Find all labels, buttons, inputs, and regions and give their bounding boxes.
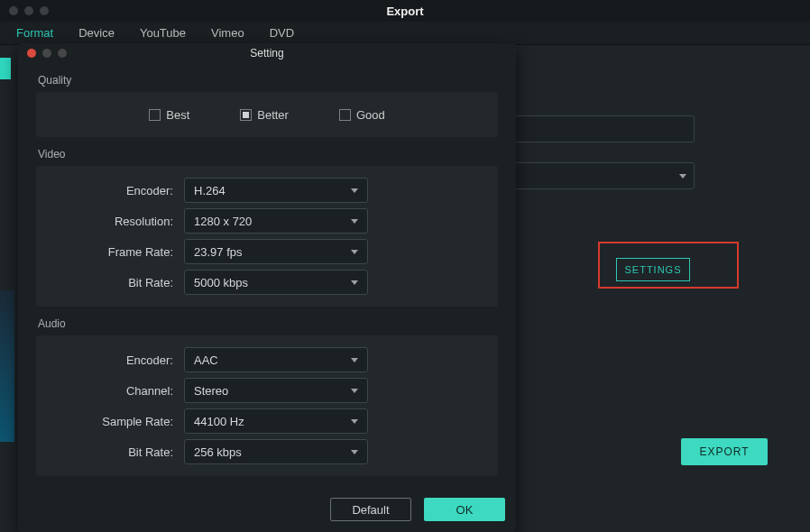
export-button[interactable]: EXPORT xyxy=(681,438,768,465)
video-bitrate-select[interactable]: 5000 kbps xyxy=(184,270,368,295)
settings-button-label: SETTINGS xyxy=(624,264,681,275)
quality-section-label: Quality xyxy=(18,63,516,92)
audio-samplerate-value: 44100 Hz xyxy=(194,415,244,428)
chevron-down-icon xyxy=(351,419,358,424)
video-panel: Encoder: H.264 Resolution: 1280 x 720 Fr… xyxy=(36,166,498,307)
quality-better-label: Better xyxy=(257,108,289,122)
video-framerate-value: 23.97 fps xyxy=(194,245,243,259)
quality-better-option[interactable]: Better xyxy=(240,108,289,122)
chevron-down-icon xyxy=(351,450,358,454)
window-title: Export xyxy=(386,5,423,18)
audio-section-label: Audio xyxy=(18,307,516,335)
tab-dvd[interactable]: DVD xyxy=(270,26,294,40)
tab-vimeo[interactable]: Vimeo xyxy=(211,26,244,40)
video-bitrate-label: Bit Rate: xyxy=(47,276,184,289)
video-bitrate-value: 5000 kbps xyxy=(194,276,248,289)
tab-youtube[interactable]: YouTube xyxy=(140,26,186,40)
audio-channel-label: Channel: xyxy=(47,384,184,398)
chevron-down-icon xyxy=(351,389,358,393)
checkbox-icon xyxy=(149,109,161,121)
checkbox-icon xyxy=(339,109,351,121)
dialog-close-icon[interactable] xyxy=(27,49,36,58)
window-controls xyxy=(0,6,49,15)
chevron-down-icon xyxy=(351,358,358,362)
tab-format[interactable]: Format xyxy=(16,26,53,40)
default-button-label: Default xyxy=(352,503,389,517)
chevron-down-icon xyxy=(679,174,686,179)
quality-panel: Best Better Good xyxy=(36,92,498,137)
dialog-title: Setting xyxy=(250,47,283,60)
main-titlebar: Export xyxy=(0,0,810,22)
audio-panel: Encoder: AAC Channel: Stereo Sample Rate… xyxy=(36,335,498,476)
video-section-label: Video xyxy=(18,137,516,166)
checkbox-checked-icon xyxy=(240,109,252,121)
video-framerate-select[interactable]: 23.97 fps xyxy=(184,239,368,264)
audio-channel-value: Stereo xyxy=(194,384,228,398)
settings-dialog: Setting Quality Best Better Good Video E… xyxy=(18,43,516,532)
quality-good-option[interactable]: Good xyxy=(339,108,385,122)
audio-samplerate-label: Sample Rate: xyxy=(47,415,184,428)
settings-button[interactable]: SETTINGS xyxy=(616,258,690,281)
dialog-titlebar: Setting xyxy=(18,43,516,63)
audio-samplerate-select[interactable]: 44100 Hz xyxy=(184,408,368,434)
audio-encoder-value: AAC xyxy=(194,353,218,367)
tab-device[interactable]: Device xyxy=(78,26,115,40)
quality-best-label: Best xyxy=(166,108,189,122)
export-button-label: EXPORT xyxy=(699,445,749,458)
audio-encoder-label: Encoder: xyxy=(47,353,184,367)
ok-button-label: OK xyxy=(456,503,474,517)
zoom-icon[interactable] xyxy=(40,6,49,15)
chevron-down-icon xyxy=(351,188,358,193)
minimize-icon[interactable] xyxy=(24,6,33,15)
video-resolution-label: Resolution: xyxy=(47,215,184,228)
default-button[interactable]: Default xyxy=(330,498,411,521)
video-encoder-value: H.264 xyxy=(194,184,226,197)
chevron-down-icon xyxy=(351,219,358,224)
audio-encoder-select[interactable]: AAC xyxy=(184,347,368,372)
export-tabs: Format Device YouTube Vimeo DVD xyxy=(0,22,810,45)
chevron-down-icon xyxy=(351,280,358,285)
close-icon[interactable] xyxy=(9,6,18,15)
audio-bitrate-select[interactable]: 256 kbps xyxy=(184,439,368,464)
dialog-minimize-icon[interactable] xyxy=(42,49,51,58)
quality-best-option[interactable]: Best xyxy=(149,108,189,122)
chevron-down-icon xyxy=(351,250,358,254)
dialog-zoom-icon[interactable] xyxy=(58,49,67,58)
preview-thumbnail xyxy=(0,290,14,442)
video-encoder-select[interactable]: H.264 xyxy=(184,178,368,203)
video-framerate-label: Frame Rate: xyxy=(47,245,184,259)
video-encoder-label: Encoder: xyxy=(47,184,184,197)
format-selection-highlight xyxy=(0,58,11,79)
dialog-button-row: Default OK xyxy=(330,498,505,521)
audio-bitrate-value: 256 kbps xyxy=(194,445,242,459)
audio-bitrate-label: Bit Rate: xyxy=(47,445,184,459)
quality-good-label: Good xyxy=(356,108,385,122)
audio-channel-select[interactable]: Stereo xyxy=(184,378,368,403)
video-resolution-value: 1280 x 720 xyxy=(194,215,252,228)
video-resolution-select[interactable]: 1280 x 720 xyxy=(184,208,368,234)
ok-button[interactable]: OK xyxy=(424,498,505,521)
